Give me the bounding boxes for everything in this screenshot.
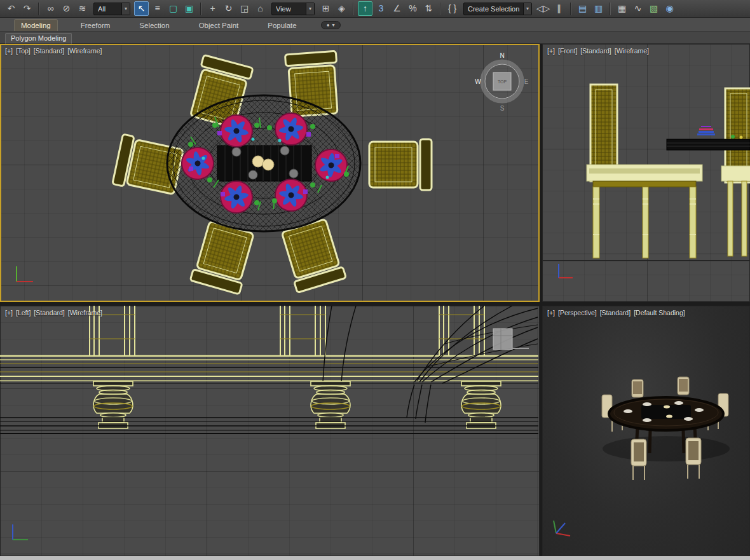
shadow	[603, 436, 730, 461]
chair-front-view[interactable]	[587, 85, 702, 258]
edit-named-selection-sets-icon[interactable]: { }	[445, 1, 460, 16]
chevron-down-icon: ▾	[332, 22, 335, 28]
viewport-area: [+][Top][Standard][Wireframe]	[0, 44, 750, 560]
viewport-label-part[interactable]: [+]	[547, 47, 555, 55]
rectangular-selection-region-icon[interactable]: ▢	[166, 1, 181, 16]
perspective-view-canvas[interactable]	[542, 306, 750, 556]
viewport-label-part[interactable]: [Wireframe]	[615, 47, 649, 55]
front-view-canvas[interactable]	[542, 44, 750, 302]
undo-icon[interactable]: ↶	[4, 1, 18, 16]
main-toolbar: ↶↷∞⊘≋All▾↖≡▢▣+↻◲⌂View▾⊞◈↑3∠%⇅{ }Create S…	[0, 0, 750, 18]
select-and-manipulate-icon[interactable]: ◈	[334, 1, 349, 16]
viewport-label-part[interactable]: [Front]	[558, 47, 577, 55]
viewport-label-part[interactable]: [Perspective]	[558, 309, 597, 317]
viewport-label-part[interactable]: [+]	[5, 47, 13, 55]
align-icon[interactable]: ∥	[552, 1, 566, 16]
viewport-perspective[interactable]: [+][Perspective][Standard][Default Shadi…	[542, 306, 750, 556]
use-pivot-point-center-icon[interactable]: ⊞	[318, 1, 333, 16]
spinner-snap-toggle-icon[interactable]: ⇅	[421, 1, 436, 16]
chevron-down-icon[interactable]: ▾	[523, 3, 531, 15]
viewport-perspective-label: [+][Perspective][Standard][Default Shadi…	[547, 309, 685, 317]
axis-tripod-icon	[17, 266, 33, 282]
select-and-link-icon[interactable]: ∞	[43, 1, 58, 16]
viewcube-top-face[interactable]: TOP	[498, 79, 507, 84]
select-object-icon[interactable]: ↖	[134, 1, 149, 16]
polygon-modeling-panel[interactable]: Polygon Modeling	[5, 33, 72, 44]
table-top-left-view[interactable]	[0, 356, 538, 383]
viewport-label-part[interactable]: [Standard]	[600, 309, 631, 317]
reference-coordinate-system-dropdown[interactable]: View▾	[271, 3, 315, 15]
viewcube-south[interactable]: S	[500, 105, 505, 112]
toolbar-separator	[610, 3, 611, 15]
toggle-layer-explorer-icon[interactable]: ▥	[591, 1, 606, 16]
select-and-place-icon[interactable]: ⌂	[253, 1, 268, 16]
viewport-label-part[interactable]: [Default Shading]	[634, 309, 685, 317]
viewport-label-part[interactable]: [Standard]	[34, 309, 64, 317]
chair-front-view-partial[interactable]	[721, 88, 750, 256]
ribbon-tab-row: ModelingFreeformSelectionObject PaintPop…	[0, 18, 750, 32]
window-crossing-icon[interactable]: ▣	[182, 1, 196, 16]
chevron-down-icon[interactable]: ▾	[121, 3, 130, 15]
ribbon-display-toggle-button[interactable]: ● ▾	[321, 21, 341, 29]
named-selection-sets-dropdown[interactable]: Create Selection Se▾	[463, 3, 532, 15]
toolbar-separator	[440, 3, 441, 15]
viewcube[interactable]: TOP N E S W	[475, 52, 528, 112]
tab-modeling[interactable]: Modeling	[14, 19, 58, 31]
select-and-scale-icon[interactable]: ◲	[237, 1, 252, 16]
selection-filter-dropdown-label: All	[98, 5, 106, 13]
tab-selection[interactable]: Selection	[133, 20, 175, 31]
table-runner[interactable]	[217, 146, 311, 181]
viewport-left[interactable]: [+][Left][Standard][Wireframe]	[0, 306, 540, 556]
angle-snap-toggle-icon[interactable]: ∠	[390, 1, 404, 16]
material-editor-icon[interactable]: ◉	[662, 1, 677, 16]
viewport-label-part[interactable]: [Wireframe]	[68, 309, 102, 317]
unlink-selection-icon[interactable]: ⊘	[59, 1, 74, 16]
bind-to-space-warp-icon[interactable]: ≋	[75, 1, 90, 16]
chair-backs-left-view[interactable]	[90, 306, 484, 357]
viewport-label-part[interactable]: [Wireframe]	[67, 47, 102, 55]
chevron-down-icon[interactable]: ▾	[306, 3, 314, 15]
tab-freeform[interactable]: Freeform	[74, 20, 117, 31]
viewport-label-part[interactable]: [Standard]	[580, 47, 611, 55]
viewport-label-part[interactable]: [+]	[5, 309, 13, 317]
viewport-label-part[interactable]: [+]	[547, 309, 555, 317]
viewport-top[interactable]: [+][Top][Standard][Wireframe]	[0, 44, 540, 302]
ribbon-panel-strip: Polygon Modeling	[0, 32, 750, 44]
viewport-label-part[interactable]: [Standard]	[34, 47, 64, 55]
curve-editor-icon[interactable]: ∿	[631, 1, 645, 16]
ribbon-tabs: ModelingFreeformSelectionObject PaintPop…	[14, 19, 303, 31]
selection-filter-dropdown[interactable]: All▾	[93, 3, 130, 15]
3ds-max-window: ↶↷∞⊘≋All▾↖≡▢▣+↻◲⌂View▾⊞◈↑3∠%⇅{ }Create S…	[0, 0, 750, 560]
keyboard-shortcut-override-icon[interactable]: ↑	[358, 1, 372, 16]
redo-icon[interactable]: ↷	[20, 1, 34, 16]
toggle-scene-explorer-icon[interactable]: ▤	[575, 1, 590, 16]
viewport-label-part[interactable]: [Left]	[16, 309, 31, 317]
chair-profile-wires[interactable]	[323, 306, 538, 423]
left-view-canvas[interactable]	[0, 306, 540, 556]
toggle-ribbon-icon[interactable]: ▦	[615, 1, 629, 16]
select-and-move-icon[interactable]: +	[205, 1, 220, 16]
viewport-label-part[interactable]: [Top]	[16, 47, 31, 55]
tab-populate[interactable]: Populate	[261, 20, 303, 31]
axis-tripod-icon	[554, 521, 570, 536]
select-and-rotate-icon[interactable]: ↻	[221, 1, 236, 16]
toolbar-separator	[353, 3, 354, 15]
viewcube-west[interactable]: W	[475, 78, 481, 85]
viewcube-north[interactable]: N	[500, 52, 504, 59]
axis-tripod-icon	[559, 264, 573, 278]
toolbar-separator	[200, 3, 201, 15]
viewport-front[interactable]: [+][Front][Standard][Wireframe]	[542, 44, 750, 302]
select-by-name-icon[interactable]: ≡	[150, 1, 165, 16]
viewport-top-label: [+][Top][Standard][Wireframe]	[5, 47, 102, 55]
mirror-icon[interactable]: ◁▷	[536, 1, 550, 16]
axis-tripod-icon	[13, 524, 28, 540]
named-selection-sets-dropdown-label: Create Selection Se	[468, 5, 520, 13]
top-view-canvas[interactable]: TOP N E S W	[0, 44, 540, 302]
percent-snap-toggle-icon[interactable]: %	[406, 1, 420, 16]
snaps-toggle-3d-icon[interactable]: 3	[374, 1, 388, 16]
tab-object-paint[interactable]: Object Paint	[193, 20, 245, 31]
ribbon-pill-dot-icon: ●	[327, 22, 330, 28]
viewport-left-label: [+][Left][Standard][Wireframe]	[5, 309, 102, 317]
viewcube-east[interactable]: E	[524, 78, 529, 85]
schematic-view-icon[interactable]: ▧	[646, 1, 661, 16]
